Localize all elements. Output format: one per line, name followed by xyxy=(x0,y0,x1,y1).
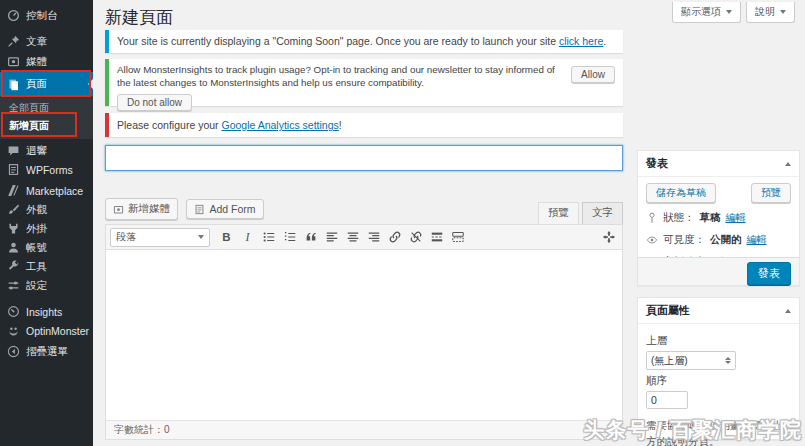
chevron-down-icon xyxy=(780,10,786,14)
bullet-list-button[interactable] xyxy=(259,228,278,247)
watermark-text: 头条号 / 百聚汇商学院 xyxy=(583,416,802,444)
notice-coming-soon: Your site is currently displaying a "Com… xyxy=(105,30,623,53)
add-form-button[interactable]: Add Form xyxy=(186,199,263,219)
publish-button[interactable]: 發表 xyxy=(747,262,791,285)
italic-button[interactable]: I xyxy=(238,228,257,247)
save-draft-button[interactable]: 儲存為草稿 xyxy=(646,183,716,203)
visibility-label: 可見度： xyxy=(663,233,705,247)
sidebar-item-label: 控制台 xyxy=(26,9,58,23)
screen-options-button[interactable]: 顯示選項 xyxy=(672,2,741,23)
order-input[interactable] xyxy=(646,391,688,409)
remove-link-button[interactable] xyxy=(406,228,425,247)
pin-icon xyxy=(7,35,20,48)
bold-button[interactable]: B xyxy=(217,228,236,247)
publish-panel-header[interactable]: 發表 xyxy=(638,151,799,177)
edit-status-link[interactable]: 編輯 xyxy=(726,211,746,225)
editor-content-area[interactable] xyxy=(106,250,622,420)
page-attributes-header[interactable]: 頁面屬性 xyxy=(638,298,799,324)
sidebar-item-users[interactable]: 帳號 xyxy=(0,238,93,257)
editor-tools-row: 新增媒體 Add Form 預覽 文字 xyxy=(105,198,623,224)
google-analytics-settings-link[interactable]: Google Analytics settings xyxy=(221,119,338,131)
insert-link-button[interactable] xyxy=(385,228,404,247)
blockquote-button[interactable] xyxy=(301,228,320,247)
notice-text-suffix: . xyxy=(603,35,606,47)
wpforms-icon xyxy=(7,163,20,176)
help-label: 說明 xyxy=(755,5,775,19)
sidebar-subitem-all-pages[interactable]: 全部頁面 xyxy=(0,99,93,117)
sidebar-item-media[interactable]: 媒體 xyxy=(0,52,93,71)
align-center-button[interactable] xyxy=(343,228,362,247)
sidebar-item-label: 外觀 xyxy=(26,203,47,217)
sidebar-item-pages[interactable]: 頁面 xyxy=(0,72,93,96)
select-stepper-icon xyxy=(725,357,731,364)
appearance-icon xyxy=(7,203,20,216)
settings-icon xyxy=(7,279,20,292)
read-more-tag-button[interactable] xyxy=(427,228,446,247)
add-form-icon xyxy=(194,204,205,215)
sidebar-item-label: Insights xyxy=(26,306,62,318)
sidebar-item-label: 文章 xyxy=(26,35,47,49)
help-button[interactable]: 說明 xyxy=(746,2,795,23)
sidebar-item-appearance[interactable]: 外觀 xyxy=(0,200,93,219)
chevron-up-icon xyxy=(785,309,791,313)
edit-visibility-link[interactable]: 編輯 xyxy=(747,233,767,247)
word-count: 字數統計：0 xyxy=(114,424,170,435)
screen-meta-links: 顯示選項 說明 xyxy=(672,2,795,23)
sidebar-item-marketplace[interactable]: Marketplace xyxy=(0,181,93,200)
align-right-button[interactable] xyxy=(364,228,383,247)
paragraph-format-label: 段落 xyxy=(116,230,136,244)
paragraph-format-select[interactable]: 段落 xyxy=(110,228,210,247)
notice-text: Your site is currently displaying a "Com… xyxy=(117,35,559,47)
sidebar-item-label: 外掛 xyxy=(26,222,47,236)
sidebar-item-label: 帳號 xyxy=(26,241,47,255)
optinmonster-icon xyxy=(7,324,20,337)
page-title: 新建頁面 xyxy=(105,6,173,29)
do-not-allow-button[interactable]: Do not allow xyxy=(117,94,192,111)
chevron-up-icon xyxy=(785,162,791,166)
preview-button[interactable]: 預覽 xyxy=(751,183,791,203)
users-icon xyxy=(7,241,20,254)
click-here-link[interactable]: click here xyxy=(559,35,603,47)
sidebar-item-settings[interactable]: 設定 xyxy=(0,276,93,295)
sidebar-item-insights[interactable]: Insights xyxy=(0,302,93,321)
add-media-label: 新增媒體 xyxy=(128,202,170,216)
post-status-icon xyxy=(646,212,658,224)
sidebar-item-label: 摺疊選單 xyxy=(26,345,68,359)
sidebar-item-dashboard[interactable]: 控制台 xyxy=(0,6,93,25)
sidebar-item-tools[interactable]: 工具 xyxy=(0,257,93,276)
sidebar-item-collapse-menu[interactable]: 摺疊選單 xyxy=(0,342,93,361)
comments-icon xyxy=(7,144,20,157)
notice-text: Please configure your xyxy=(117,119,221,131)
visibility-row: 可見度： 公開的 編輯 xyxy=(646,233,791,247)
pages-icon xyxy=(7,78,20,91)
toolbar-toggle-button[interactable] xyxy=(448,228,467,247)
plugins-icon xyxy=(7,222,20,235)
tab-text[interactable]: 文字 xyxy=(582,202,623,224)
sidebar-item-plugins[interactable]: 外掛 xyxy=(0,219,93,238)
status-row: 狀態： 草稿 編輯 xyxy=(646,211,791,225)
tab-visual[interactable]: 預覽 xyxy=(538,202,579,224)
sidebar-item-posts[interactable]: 文章 xyxy=(0,32,93,51)
sidebar-item-comments[interactable]: 迴響 xyxy=(0,141,93,160)
sidebar-item-label: 媒體 xyxy=(26,55,47,69)
notice-google-analytics: Please configure your Google Analytics s… xyxy=(105,113,623,137)
distraction-free-button[interactable] xyxy=(599,228,618,247)
sidebar-item-optinmonster[interactable]: OptinMonster xyxy=(0,321,93,340)
pages-submenu: 全部頁面 新增頁面 xyxy=(0,96,93,139)
align-left-button[interactable] xyxy=(322,228,341,247)
add-media-button[interactable]: 新增媒體 xyxy=(105,198,178,220)
parent-select-value: (無上層) xyxy=(651,354,688,368)
sidebar-item-label: 工具 xyxy=(26,260,47,274)
allow-button[interactable]: Allow xyxy=(571,66,615,83)
parent-page-select[interactable]: (無上層) xyxy=(646,351,736,370)
page-title-input[interactable] xyxy=(105,145,623,171)
sidebar-subitem-add-new-page[interactable]: 新增頁面 xyxy=(0,117,93,135)
admin-sidebar: 控制台 文章 媒體 頁面 全部頁面 新增頁面 迴響 WPForms xyxy=(0,0,93,446)
marketplace-icon xyxy=(7,184,20,197)
sidebar-item-label: OptinMonster xyxy=(26,325,89,337)
sidebar-item-wpforms[interactable]: WPForms xyxy=(0,160,93,179)
editor-mode-tabs: 預覽 文字 xyxy=(535,202,623,224)
publish-panel: 發表 儲存為草稿 預覽 狀態： 草稿 編輯 可見度： 公開的 編輯 立 xyxy=(637,150,800,286)
numbered-list-button[interactable] xyxy=(280,228,299,247)
content-editor: 段落 B I 字數統計：0 xyxy=(105,224,623,440)
